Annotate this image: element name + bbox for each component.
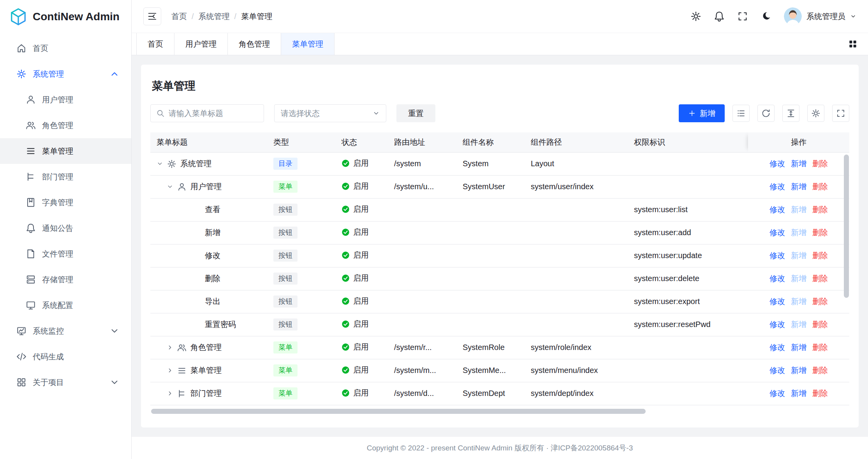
status-enabled: 启用 — [342, 342, 369, 352]
search-box[interactable] — [150, 104, 264, 122]
table-row: 菜单管理菜单启用/system/m...SystemMe...system/me… — [150, 359, 849, 382]
menu-title: 新增 — [205, 227, 220, 238]
sidebar-item-10[interactable]: 系统配置 — [0, 292, 131, 318]
sidebar-item-9[interactable]: 存储管理 — [0, 267, 131, 292]
delete-link[interactable]: 删除 — [812, 181, 828, 192]
add-link[interactable]: 新增 — [791, 227, 806, 238]
vertical-scrollbar-thumb[interactable] — [844, 155, 849, 298]
route-cell: /system/m... — [388, 359, 456, 382]
collapse-row-icon[interactable] — [157, 160, 163, 167]
tab-actions-button[interactable] — [848, 33, 868, 55]
delete-link[interactable]: 删除 — [812, 250, 828, 261]
collapse-sidebar-button[interactable] — [143, 7, 161, 25]
route-cell — [388, 313, 456, 336]
reset-button[interactable]: 重置 — [396, 104, 435, 122]
sidebar-item-4[interactable]: 菜单管理 — [0, 138, 131, 164]
breadcrumb-item[interactable]: 首页 — [171, 11, 187, 22]
delete-link[interactable]: 删除 — [812, 365, 828, 376]
add-link[interactable]: 新增 — [791, 273, 806, 284]
status-enabled: 启用 — [342, 250, 369, 260]
modify-link[interactable]: 修改 — [769, 204, 785, 215]
settings-button[interactable] — [690, 11, 701, 22]
add-link[interactable]: 新增 — [791, 158, 806, 169]
topbar: 首页/系统管理/菜单管理 系统管理员 — [132, 0, 868, 33]
delete-link[interactable]: 删除 — [812, 273, 828, 284]
collapse-row-icon[interactable] — [167, 183, 173, 190]
add-button[interactable]: 新增 — [679, 104, 725, 122]
search-input[interactable] — [169, 109, 258, 118]
check-circle-icon — [342, 320, 350, 328]
modify-link[interactable]: 修改 — [769, 342, 785, 353]
sidebar-item-11[interactable]: 系统监控 — [0, 318, 131, 344]
breadcrumb-item[interactable]: 菜单管理 — [241, 11, 272, 22]
component-path-cell — [525, 290, 628, 313]
table-row: 删除按钮启用system:user:delete修改新增删除 — [150, 267, 849, 290]
table-row: 角色管理菜单启用/system/r...SystemRolesystem/rol… — [150, 336, 849, 359]
delete-link[interactable]: 删除 — [812, 388, 828, 399]
modify-link[interactable]: 修改 — [769, 181, 785, 192]
tab-2[interactable]: 角色管理 — [228, 33, 281, 55]
add-link[interactable]: 新增 — [791, 250, 806, 261]
expand-row-icon[interactable] — [167, 367, 173, 374]
sidebar-item-7[interactable]: 通知公告 — [0, 215, 131, 241]
sidebar-item-label: 首页 — [33, 43, 120, 54]
modify-link[interactable]: 修改 — [769, 319, 785, 330]
user-menu[interactable]: 系统管理员 — [784, 7, 856, 25]
modify-link[interactable]: 修改 — [769, 388, 785, 399]
fullscreen-button[interactable] — [737, 11, 748, 22]
modify-link[interactable]: 修改 — [769, 273, 785, 284]
sidebar-item-13[interactable]: 关于项目 — [0, 369, 131, 395]
tab-3[interactable]: 菜单管理 — [281, 33, 335, 55]
row-height-button[interactable] — [782, 105, 799, 122]
component-name-cell — [456, 267, 525, 290]
modify-link[interactable]: 修改 — [769, 250, 785, 261]
dark-mode-button[interactable] — [761, 11, 771, 22]
sidebar-item-12[interactable]: 代码生成 — [0, 344, 131, 369]
modify-link[interactable]: 修改 — [769, 296, 785, 307]
modify-link[interactable]: 修改 — [769, 227, 785, 238]
delete-link[interactable]: 删除 — [812, 342, 828, 353]
sidebar-item-3[interactable]: 角色管理 — [0, 113, 131, 138]
add-link[interactable]: 新增 — [791, 388, 806, 399]
delete-link[interactable]: 删除 — [812, 158, 828, 169]
sidebar-item-2[interactable]: 用户管理 — [0, 87, 131, 113]
sidebar-item-0[interactable]: 首页 — [0, 35, 131, 61]
route-cell — [388, 244, 456, 267]
settings-button[interactable] — [807, 105, 824, 122]
sidebar-item-8[interactable]: 文件管理 — [0, 241, 131, 267]
notifications-button[interactable] — [714, 11, 725, 22]
modify-link[interactable]: 修改 — [769, 158, 785, 169]
delete-link[interactable]: 删除 — [812, 204, 828, 215]
sidebar-item-5[interactable]: 部门管理 — [0, 164, 131, 190]
delete-link[interactable]: 删除 — [812, 319, 828, 330]
tab-0[interactable]: 首页 — [136, 33, 174, 55]
refresh-button[interactable] — [757, 105, 775, 122]
sidebar-item-1[interactable]: 系统管理 — [0, 61, 131, 87]
expand-row-icon[interactable] — [167, 344, 173, 351]
add-link[interactable]: 新增 — [791, 319, 806, 330]
fullscreen-button[interactable] — [832, 105, 849, 122]
expand-row-icon[interactable] — [167, 390, 173, 397]
type-badge: 按钮 — [273, 318, 298, 331]
sidebar-item-6[interactable]: 字典管理 — [0, 190, 131, 215]
route-cell: /system/d... — [388, 382, 456, 405]
add-link[interactable]: 新增 — [791, 181, 806, 192]
tab-1[interactable]: 用户管理 — [174, 33, 228, 55]
permission-cell — [628, 175, 748, 198]
list-button[interactable] — [732, 105, 750, 122]
add-link[interactable]: 新增 — [791, 204, 806, 215]
add-link[interactable]: 新增 — [791, 296, 806, 307]
horizontal-scrollbar-thumb[interactable] — [151, 409, 646, 414]
check-circle-icon — [342, 366, 350, 374]
status-select[interactable]: 请选择状态 — [274, 104, 386, 122]
add-link[interactable]: 新增 — [791, 365, 806, 376]
modify-link[interactable]: 修改 — [769, 365, 785, 376]
add-link[interactable]: 新增 — [791, 342, 806, 353]
delete-link[interactable]: 删除 — [812, 296, 828, 307]
route-cell — [388, 290, 456, 313]
column-header: 组件路径 — [525, 132, 628, 152]
delete-link[interactable]: 删除 — [812, 227, 828, 238]
breadcrumb-item[interactable]: 系统管理 — [199, 11, 230, 22]
breadcrumb: 首页/系统管理/菜单管理 — [171, 11, 272, 22]
logo[interactable]: ContiNew Admin — [0, 0, 131, 33]
